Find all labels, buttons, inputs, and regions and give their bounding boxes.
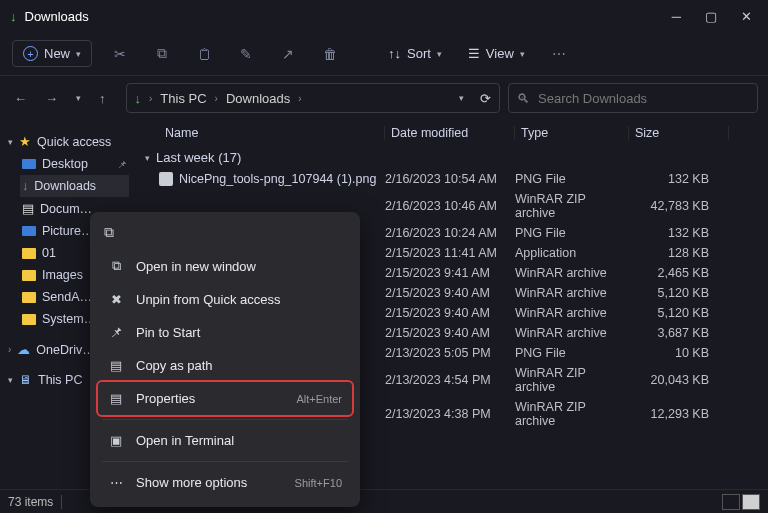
column-date[interactable]: Date modified [385,126,515,140]
chevron-right-icon: › [298,93,301,104]
view-label: View [486,46,514,61]
file-type: WinRAR ZIP archive [515,192,629,220]
sidebar-item-downloads[interactable]: ↓Downloads [20,175,129,197]
file-icon [159,199,173,213]
terminal-icon: ▣ [108,433,124,448]
file-date: 2/13/2023 4:54 PM [385,373,515,387]
sidebar-item-label: Picture… [42,224,93,238]
close-button[interactable]: ✕ [741,9,752,24]
paste-icon[interactable]: 📋︎ [190,46,218,62]
file-type: WinRAR archive [515,286,629,300]
recent-button[interactable]: ▾ [76,93,81,103]
chevron-down-icon: ▾ [8,137,13,147]
file-type: WinRAR ZIP archive [515,400,629,428]
file-type: WinRAR archive [515,266,629,280]
column-headers: Name Date modified Type Size [135,120,768,146]
details-view-toggle[interactable] [722,494,740,510]
up-button[interactable]: ↑ [99,91,106,106]
column-type[interactable]: Type [515,126,629,140]
group-label: Last week (17) [156,150,241,165]
file-date: 2/13/2023 4:38 PM [385,407,515,421]
file-type: WinRAR ZIP archive [515,366,629,394]
file-type: PNG File [515,226,629,240]
copy-icon[interactable]: ⧉ [148,45,176,62]
column-name[interactable]: Name [159,126,385,140]
thumbnail-view-toggle[interactable] [742,494,760,510]
ctx-terminal[interactable]: ▣Open in Terminal [98,424,352,457]
folder-icon [22,270,36,281]
separator [102,419,348,420]
sort-label: Sort [407,46,431,61]
file-date: 2/13/2023 5:05 PM [385,346,515,360]
share-icon[interactable]: ↗ [274,46,302,62]
view-icon: ☰ [468,46,480,61]
chevron-right-icon: › [149,93,152,104]
folder-icon [22,292,36,303]
nav-row: ← → ▾ ↑ ↓ › This PC › Downloads › ▾ ⟳ 🔍︎… [0,76,768,120]
command-bar: + New ▾ ✂ ⧉ 📋︎ ✎ ↗ 🗑︎ ↑↓ Sort ▾ ☰ View ▾… [0,32,768,76]
more-icon: ⋯ [108,475,124,490]
chevron-down-icon: ▾ [145,153,150,163]
properties-icon: ▤ [108,391,124,406]
back-button[interactable]: ← [14,91,27,106]
forward-button[interactable]: → [45,91,58,106]
maximize-button[interactable]: ▢ [705,9,717,24]
ctx-more-options[interactable]: ⋯Show more optionsShift+F10 [98,466,352,499]
folder-icon [22,314,36,325]
window-icon: ⧉ [108,258,124,274]
ctx-open-new-window[interactable]: ⧉Open in new window [98,249,352,283]
file-size: 10 KB [629,346,729,360]
ctx-pin-start[interactable]: 📌︎Pin to Start [98,316,352,349]
file-size: 42,783 KB [629,199,729,213]
table-row[interactable]: NicePng_tools-png_107944 (1).png2/16/202… [135,169,768,189]
refresh-icon[interactable]: ⟳ [480,91,491,106]
unpin-icon: ✖ [108,292,124,307]
file-type: Application [515,246,629,260]
sort-button[interactable]: ↑↓ Sort ▾ [382,42,448,65]
file-size: 5,120 KB [629,306,729,320]
group-header[interactable]: ▾ Last week (17) [135,146,768,169]
sidebar-item-label: This PC [38,373,82,387]
chevron-down-icon: ▾ [520,49,525,59]
chevron-down-icon[interactable]: ▾ [459,93,464,103]
address-bar[interactable]: ↓ › This PC › Downloads › ▾ ⟳ [126,83,501,113]
ctx-copy-path[interactable]: ▤Copy as path [98,349,352,382]
star-icon: ★ [19,134,31,149]
sidebar-item-label: System… [42,312,96,326]
ctx-unpin[interactable]: ✖Unpin from Quick access [98,283,352,316]
file-date: 2/15/2023 9:40 AM [385,306,515,320]
file-size: 132 KB [629,226,729,240]
ctx-properties[interactable]: ▤PropertiesAlt+Enter [98,382,352,415]
cloud-icon: ☁ [17,342,30,357]
file-type: WinRAR archive [515,306,629,320]
breadcrumb[interactable]: Downloads [226,91,290,106]
column-size[interactable]: Size [629,126,729,140]
minimize-button[interactable]: ─ [672,9,681,24]
cut-icon[interactable]: ✂ [106,46,134,62]
file-type: PNG File [515,346,629,360]
file-size: 20,043 KB [629,373,729,387]
file-date: 2/16/2023 10:46 AM [385,199,515,213]
search-input[interactable]: 🔍︎ Search Downloads [508,83,758,113]
sidebar-item-label: Quick access [37,135,111,149]
file-size: 128 KB [629,246,729,260]
breadcrumb[interactable]: This PC [160,91,206,106]
search-icon: 🔍︎ [517,91,530,106]
sidebar-item-label: OneDriv… [36,343,94,357]
delete-icon[interactable]: 🗑︎ [316,46,344,62]
chevron-down-icon: ▾ [8,375,13,385]
sidebar-item-desktop[interactable]: Desktop📌︎ [20,153,129,175]
file-date: 2/16/2023 10:24 AM [385,226,515,240]
rename-icon[interactable]: ✎ [232,46,260,62]
sidebar-quick-access[interactable]: ▾ ★ Quick access [6,130,129,153]
sidebar-item-label: SendA… [42,290,92,304]
copy-icon[interactable]: ⧉ [104,224,114,241]
file-type: PNG File [515,172,629,186]
more-icon[interactable]: ⋯ [545,46,573,62]
chevron-down-icon: ▾ [76,49,81,59]
view-button[interactable]: ☰ View ▾ [462,42,531,65]
file-size: 12,293 KB [629,407,729,421]
new-label: New [44,46,70,61]
sort-icon: ↑↓ [388,46,401,61]
new-button[interactable]: + New ▾ [12,40,92,67]
